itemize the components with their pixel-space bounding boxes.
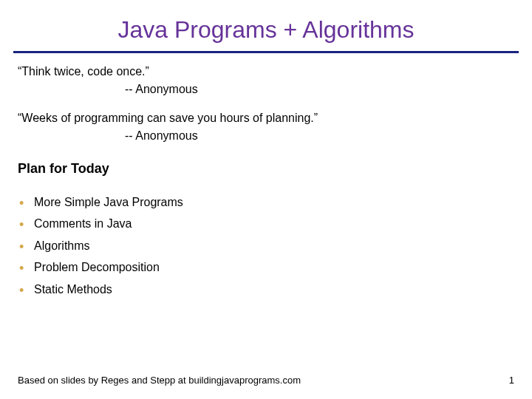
- plan-heading: Plan for Today: [18, 160, 514, 177]
- list-item: Problem Decomposition: [18, 259, 514, 276]
- list-item: Static Methods: [18, 282, 514, 298]
- footer-credit: Based on slides by Reges and Stepp at bu…: [18, 375, 301, 386]
- quote-2-attribution: -- Anonymous: [18, 128, 514, 144]
- list-item: Algorithms: [18, 238, 514, 254]
- list-item: More Simple Java Programs: [18, 194, 514, 211]
- page-number: 1: [509, 375, 514, 386]
- list-item: Comments in Java: [18, 216, 514, 232]
- slide-body: “Think twice, code once.” -- Anonymous “…: [0, 64, 532, 298]
- slide-title: Java Programs + Algorithms: [0, 0, 532, 51]
- plan-list: More Simple Java Programs Comments in Ja…: [18, 194, 514, 298]
- quote-1-text: “Think twice, code once.”: [18, 64, 514, 80]
- quote-1-attribution: -- Anonymous: [18, 81, 514, 98]
- title-underline: [13, 51, 519, 53]
- quote-2-text: “Weeks of programming can save you hours…: [18, 110, 514, 126]
